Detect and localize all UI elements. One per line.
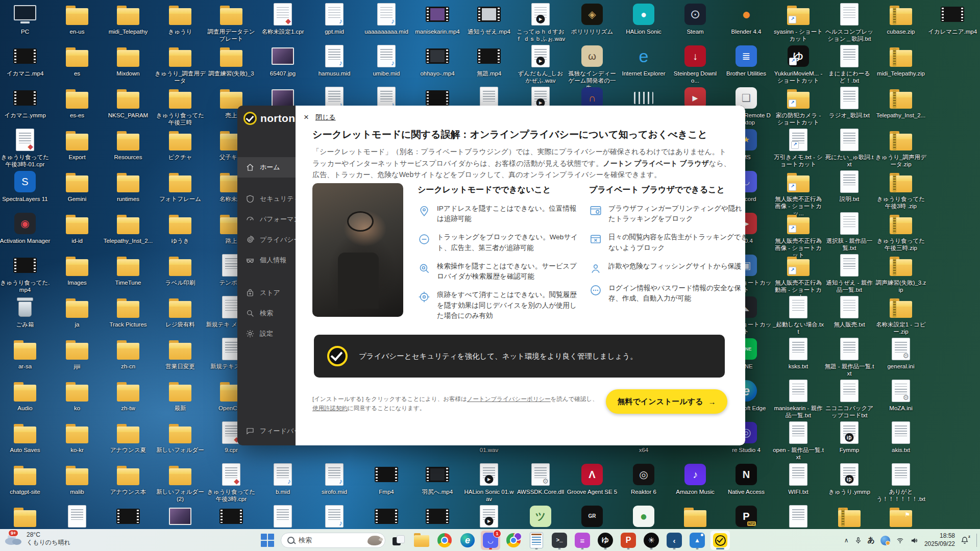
desktop-icon[interactable]: ar-sa [0, 337, 51, 370]
desktop-icon[interactable]: 最新 [155, 379, 206, 412]
desktop-icon[interactable]: ohhayo-.mp4 [412, 44, 463, 77]
desktop-icon[interactable]: ラベル印刷 [155, 253, 206, 286]
desktop-icon[interactable]: PNT2 [721, 504, 772, 530]
desktop-icon[interactable]: ツ [515, 504, 566, 530]
sidebar-item-個人情報[interactable]: 個人情報 [237, 250, 296, 270]
desktop-icon[interactable] [103, 504, 154, 530]
chrome-profile-icon[interactable] [504, 531, 523, 550]
desktop-icon[interactable]: WIFI.txt [773, 462, 824, 495]
microphone-icon[interactable] [854, 536, 862, 545]
desktop-icon[interactable]: midi_Telepathy [103, 2, 154, 35]
desktop-icon[interactable]: PC [0, 2, 51, 35]
desktop-icon[interactable]: ●HALion Sonic [618, 2, 669, 35]
desktop-icon[interactable]: eInternet Explorer [618, 44, 669, 77]
powerpoint-icon[interactable]: P [619, 531, 638, 550]
desktop-icon[interactable]: midi_Telepathy.zip [875, 44, 926, 77]
desktop-icon[interactable] [206, 504, 257, 530]
desktop-icon[interactable]: ⊙Steam [670, 2, 721, 35]
desktop-icon[interactable]: ラジオ_歌詞.txt [824, 86, 875, 119]
desktop-icon[interactable]: TimeTune [103, 253, 154, 286]
desktop-icon[interactable]: ⚙AWSSDK.Core.dll [515, 462, 566, 495]
sidebar-item-ホーム[interactable]: ホーム [237, 157, 296, 178]
desktop-icon[interactable]: 無題 - 親作品一覧.txt [824, 337, 875, 377]
desktop-icon[interactable]: フォトフレーム [155, 169, 206, 203]
desktop-icon[interactable]: ◆名称未設定1.cpr [257, 2, 308, 35]
desktop-icon[interactable]: Telepathy_Inst_2... [875, 86, 926, 119]
desktop-icon[interactable]: Mixdown [103, 44, 154, 77]
desktop-icon[interactable]: ヘルスコンプレッション＿歌詞.txt [824, 2, 875, 42]
desktop-icon[interactable]: ≣Brother Utilities [721, 44, 772, 77]
desktop-icon[interactable]: ↗万引きメモ.txt - ショートカット [773, 128, 824, 168]
desktop-icon[interactable] [0, 504, 51, 530]
weather-widget[interactable]: 9+ 28°C くもりのち晴れ [4, 531, 70, 546]
desktop-icon[interactable]: 調査練習(失敗)_3 [206, 44, 257, 77]
desktop-icon[interactable]: ↗無人販売不正行為画像 - ショートカット [773, 211, 824, 259]
desktop-icon[interactable]: ニコニコバックアップコードtxt [824, 379, 875, 419]
chrome-icon[interactable] [435, 531, 454, 550]
desktop-icon[interactable]: ♪ [309, 504, 360, 530]
desktop-icon[interactable]: ⚙general.ini [875, 337, 926, 370]
desktop-icon[interactable]: きゅうり_調査用データ [155, 44, 206, 84]
desktop-icon[interactable] [52, 504, 103, 530]
desktop-icon[interactable]: ko [52, 379, 103, 412]
desktop-icon[interactable]: 無題.mp4 [463, 44, 514, 77]
desktop-icon[interactable]: 調声練習(失敗)_3.zip [875, 253, 926, 293]
desktop-icon[interactable]: manisekarin - 親作品一覧.txt [773, 379, 824, 419]
desktop-icon[interactable]: cubase.zip [875, 2, 926, 35]
yukkuri-app-icon[interactable]: ゆ [596, 531, 615, 550]
desktop-icon[interactable]: ko-kr [52, 420, 103, 454]
desktop-icon[interactable]: ▶HALion Sonic 01.wav [463, 462, 514, 503]
desktop-icon[interactable]: ↗無人販売不正行為動画 - ショートカット [773, 253, 824, 300]
license-agreement-link[interactable]: 使用許諾契約 [312, 405, 348, 411]
desktop-icon[interactable]: ゆFymmp [824, 420, 875, 454]
desktop-icon[interactable]: 無人販売.txt [824, 295, 875, 328]
desktop-icon[interactable]: きゅうり食ってた.mp4 [0, 253, 51, 293]
sidebar-item-プライバシー[interactable]: プライバシー [237, 230, 296, 250]
desktop-icon[interactable]: SSpectraLayers 11 [0, 169, 51, 203]
desktop-icon[interactable]: 調査用データテンプレート [206, 2, 257, 42]
assistant-orb-icon[interactable] [880, 536, 890, 545]
desktop-icon[interactable]: 営業日変更 [155, 337, 206, 370]
desktop-icon[interactable]: ♪hamusu.mid [309, 44, 360, 77]
desktop-icon[interactable]: 説明.txt [824, 169, 875, 203]
desktop-icon[interactable]: en-us [52, 2, 103, 35]
desktop-icon[interactable]: ゆうき [155, 211, 206, 244]
desktop-icon[interactable]: ゆ↗YukkuriMovieM... - ショートカット [773, 44, 824, 84]
desktop-icon[interactable]: Images [52, 253, 103, 286]
desktop-icon[interactable]: ごみ箱 [0, 295, 51, 328]
notification-bell-icon[interactable]: z [961, 536, 969, 544]
clock[interactable]: 18:58 2025/09/22 [924, 532, 955, 548]
desktop-icon[interactable]: Auto Saves [0, 420, 51, 454]
desktop-icon[interactable]: きゅうり_調声用データ.zip [875, 128, 926, 168]
desktop-icon[interactable]: NNative Access [721, 462, 772, 495]
wifi-icon[interactable] [896, 537, 904, 544]
desktop-icon[interactable]: まにまにわーるど！.txt [824, 44, 875, 84]
desktop-icon[interactable]: malib [52, 462, 103, 495]
desktop-icon[interactable]: runtimes [103, 169, 154, 203]
sidebar-item-セキュリティ[interactable]: セキュリティ [237, 189, 296, 209]
desktop-icon[interactable]: ありがとう！！！！！！.txt [875, 462, 926, 503]
desktop-icon[interactable]: ▶ [463, 504, 514, 530]
desktop-icon[interactable]: ●Blender 4.4 [721, 2, 772, 35]
desktop-icon[interactable]: 新しいフォルダー (2) [155, 462, 206, 503]
desktop-icon[interactable]: Fmp4 [361, 462, 412, 495]
desktop-icon[interactable]: 65407.jpg [257, 44, 308, 77]
desktop-icon[interactable]: chatgpt-site [0, 462, 51, 495]
search-box[interactable]: 検索 [281, 531, 385, 550]
desktop-icon[interactable]: ksks.txt [773, 337, 824, 370]
desktop-icon[interactable]: ⚙MoZA.ini [875, 379, 926, 412]
desktop-icon[interactable]: _起動しない場合.txt [773, 295, 824, 335]
desktop-icon[interactable]: Resources [103, 128, 154, 161]
desktop-icon[interactable]: Audio [0, 379, 51, 412]
desktop-icon[interactable]: イカレマニア.mp4 [927, 2, 978, 35]
desktop-icon[interactable]: ゆきゅうり.ymmp [824, 462, 875, 495]
desktop-icon[interactable]: zh-cn [103, 337, 154, 370]
desktop-icon[interactable]: id-id [52, 211, 103, 244]
desktop-icon[interactable]: ● [618, 504, 669, 530]
desktop-icon[interactable]: ◆きゅうり食ってた午後3時-01.cpr [0, 128, 51, 168]
discord-icon[interactable]: ◡1 [481, 531, 500, 550]
desktop-icon[interactable]: イカマニ.ymmp [0, 86, 51, 119]
norton-icon[interactable] [710, 531, 730, 550]
desktop-icon[interactable] [773, 504, 824, 530]
desktop-icon[interactable]: きゅうり食ってた午後3時 .zip [875, 169, 926, 210]
